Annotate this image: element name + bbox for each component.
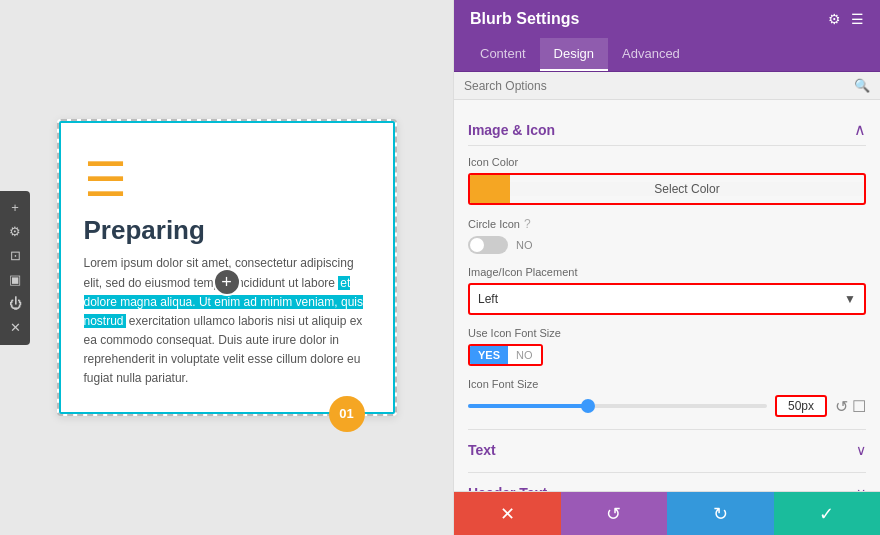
card-wrapper: ☰ Preparing Lorem ipsum dolor sit amet, … [57,119,397,415]
no-button[interactable]: NO [508,346,541,364]
slider-fill [468,404,588,408]
image-icon-section-header: Image & Icon ∧ [468,110,866,146]
card-icon: ☰ [84,151,127,207]
color-swatch [470,175,510,203]
search-icon: 🔍 [854,78,870,93]
yes-no-toggle[interactable]: YES NO [468,344,543,366]
confirm-button[interactable]: ✓ [774,492,881,535]
toolbar-close-btn[interactable]: ✕ [4,317,26,339]
search-bar: 🔍 [454,72,880,100]
text-section-header[interactable]: Text ∨ [468,430,866,468]
slider-thumb[interactable] [581,399,595,413]
placement-field: Image/Icon Placement Left Right Top Bott… [468,266,866,315]
circle-icon-toggle[interactable] [468,236,508,254]
cancel-button[interactable]: ✕ [454,492,561,535]
toolbar-add-btn[interactable]: + [4,197,26,219]
text-section-arrow: ∨ [856,442,866,458]
refresh-button[interactable]: ↻ [667,492,774,535]
circle-icon-toggle-row: NO [468,236,866,254]
text-section: Text ∨ [468,429,866,468]
panel-body: Image & Icon ∧ Icon Color Select Color C… [454,100,880,491]
text-section-title: Text [468,442,496,458]
panel-tabs: Content Design Advanced [454,38,880,72]
icon-color-field: Icon Color Select Color [468,156,866,205]
placement-select-row[interactable]: Left Right Top Bottom ▼ [468,283,866,315]
left-toolbar[interactable]: + ⚙ ⊡ ▣ ⏻ ✕ [0,191,30,345]
card-number: 01 [329,396,365,432]
header-text-section: Header Text ∨ [468,472,866,491]
card-title: Preparing [84,215,205,246]
tab-content[interactable]: Content [466,38,540,71]
icon-font-size-field: Icon Font Size 50px ↺ ☐ [468,378,866,417]
slider-value[interactable]: 50px [775,395,827,417]
use-icon-font-size-label: Use Icon Font Size [468,327,866,339]
menu-icon[interactable]: ☰ [851,11,864,27]
yes-button[interactable]: YES [470,346,508,364]
toolbar-power-btn[interactable]: ⏻ [4,293,26,315]
toggle-knob [470,238,484,252]
add-element-btn[interactable]: + [213,268,241,296]
select-color-btn[interactable]: Select Color [510,182,864,196]
image-icon-title: Image & Icon [468,122,555,138]
panel-title: Blurb Settings [470,10,579,28]
circle-icon-help: ? [524,217,531,231]
right-panel: Blurb Settings ⚙ ☰ Content Design Advanc… [453,0,880,535]
circle-icon-value: NO [516,239,533,251]
search-input[interactable] [464,79,854,93]
toolbar-columns-btn[interactable]: ▣ [4,269,26,291]
panel-footer: ✕ ↺ ↻ ✓ [454,491,880,535]
use-icon-font-size-field: Use Icon Font Size YES NO [468,327,866,366]
panel-header: Blurb Settings ⚙ ☰ [454,0,880,38]
tab-design[interactable]: Design [540,38,608,71]
toolbar-settings-btn[interactable]: ⚙ [4,221,26,243]
reset-button[interactable]: ↺ [561,492,668,535]
circle-icon-field: Circle Icon ? NO [468,217,866,254]
yes-no-row: YES NO [468,344,866,366]
slider-track[interactable] [468,404,767,408]
reset-icon[interactable]: ↺ [835,397,848,416]
placement-label: Image/Icon Placement [468,266,866,278]
tab-advanced[interactable]: Advanced [608,38,694,71]
select-arrow-icon: ▼ [844,292,864,306]
left-panel: + ⚙ ⊡ ▣ ⏻ ✕ ☰ Preparing Lorem ipsum dolo… [0,0,453,535]
toolbar-grid-btn[interactable]: ⊡ [4,245,26,267]
header-text-section-header[interactable]: Header Text ∨ [468,473,866,491]
panel-header-icons[interactable]: ⚙ ☰ [828,11,864,27]
device-icon[interactable]: ☐ [852,397,866,416]
icon-font-size-label: Icon Font Size [468,378,866,390]
placement-select[interactable]: Left Right Top Bottom [470,292,844,306]
circle-icon-label: Circle Icon ? [468,217,866,231]
image-icon-toggle[interactable]: ∧ [854,120,866,139]
color-picker[interactable]: Select Color [468,173,866,205]
icon-color-label: Icon Color [468,156,866,168]
slider-actions: ↺ ☐ [835,397,866,416]
settings-icon[interactable]: ⚙ [828,11,841,27]
slider-row: 50px ↺ ☐ [468,395,866,417]
